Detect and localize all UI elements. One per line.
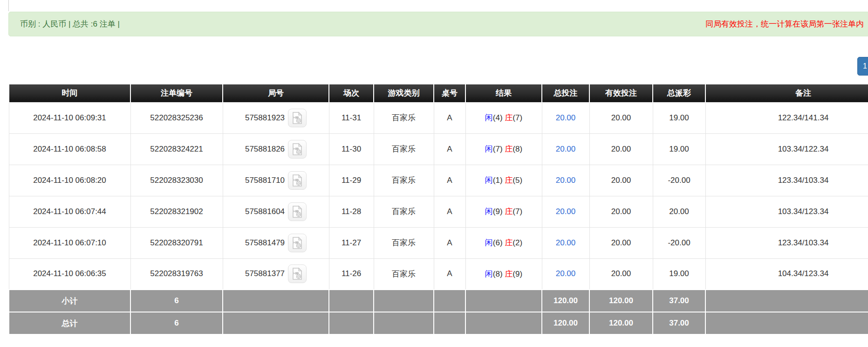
cell-round-id: 575881923 [223, 102, 329, 133]
video-replay-button[interactable] [288, 140, 307, 159]
subtotal-row-empty-cell [705, 290, 868, 312]
cell-table-no: A [434, 133, 465, 165]
video-replay-button[interactable] [288, 264, 307, 283]
subtotal-row-empty-cell [374, 290, 434, 312]
subtotal-row-count: 6 [130, 290, 223, 312]
cell-session: 11-29 [329, 165, 374, 196]
round-id-value: 575881923 [245, 113, 285, 123]
video-replay-button[interactable] [288, 171, 307, 190]
table-row: 2024-11-10 06:07:44522028321902575881604… [9, 196, 868, 227]
result-player-label: 闲 [485, 238, 493, 247]
col-header-valid-bet: 有效投注 [589, 84, 653, 102]
cell-result: 闲(9) 庄(7) [465, 196, 542, 227]
total-bet-link[interactable]: 20.00 [556, 113, 576, 122]
total-bet-link[interactable]: 20.00 [556, 207, 576, 216]
video-replay-button[interactable] [288, 109, 307, 127]
result-banker-score: (8) [513, 145, 522, 153]
cell-total-bet: 20.00 [542, 196, 589, 227]
result-player-score: (8) [493, 270, 503, 278]
cell-result: 闲(4) 庄(7) [465, 102, 542, 133]
total-row-payout: 37.00 [653, 312, 705, 334]
total-row-count: 6 [130, 312, 223, 334]
video-file-icon [291, 236, 303, 250]
result-banker-label: 庄 [505, 113, 513, 122]
result-player-score: (9) [493, 207, 503, 216]
total-row-empty-cell [223, 312, 329, 334]
cell-round-id: 575881710 [223, 165, 329, 196]
cell-session: 11-31 [329, 102, 374, 133]
subtotal-row-payout: 37.00 [653, 290, 705, 312]
table-footer: 小计6120.00120.0037.00总计6120.00120.0037.00 [9, 290, 868, 334]
cell-result: 闲(1) 庄(5) [465, 165, 542, 196]
cell-remark: 104.34/123.34 [705, 258, 868, 290]
total-row-empty-cell [465, 312, 542, 334]
cell-bet-id: 522028323030 [130, 165, 223, 196]
total-bet-link[interactable]: 20.00 [556, 176, 576, 185]
subtotal-row-valid-bet: 120.00 [589, 290, 653, 312]
result-player-score: (6) [493, 238, 503, 247]
round-id-value: 575881710 [245, 176, 285, 185]
table-row: 2024-11-10 06:09:31522028325236575881923… [9, 102, 868, 133]
round-id-group: 575881923 [223, 109, 329, 127]
cell-table-no: A [434, 165, 465, 196]
total-bet-link[interactable]: 20.00 [556, 145, 576, 153]
cell-payout: 19.00 [653, 133, 705, 165]
cell-remark: 123.34/103.34 [705, 165, 868, 196]
cell-remark: 103.34/122.34 [705, 133, 868, 165]
cell-total-bet: 20.00 [542, 133, 589, 165]
round-id-value: 575881604 [245, 207, 285, 216]
table-row: 2024-11-10 06:08:58522028324221575881826… [9, 133, 868, 165]
table-row: 2024-11-10 06:07:10522028320791575881479… [9, 227, 868, 258]
total-bet-link[interactable]: 20.00 [556, 269, 576, 278]
cell-game-type: 百家乐 [374, 102, 434, 133]
round-id-value: 575881826 [245, 145, 285, 154]
cell-time: 2024-11-10 06:07:44 [9, 196, 130, 227]
result-banker-score: (7) [513, 207, 522, 216]
col-header-total-bet: 总投注 [542, 84, 589, 102]
video-file-icon [291, 267, 303, 280]
cell-valid-bet: 20.00 [589, 196, 653, 227]
cell-session: 11-30 [329, 133, 374, 165]
cell-table-no: A [434, 227, 465, 258]
subtotal-row-empty-cell [434, 290, 465, 312]
cell-payout: 19.00 [653, 258, 705, 290]
subtotal-row: 小计6120.00120.0037.00 [9, 290, 868, 312]
video-replay-button[interactable] [288, 234, 307, 252]
subtotal-row-empty-cell [465, 290, 542, 312]
round-id-group: 575881377 [223, 264, 329, 283]
total-row-empty-cell [434, 312, 465, 334]
total-bet-link[interactable]: 20.00 [556, 238, 576, 247]
col-header-bet-id: 注单编号 [130, 84, 223, 102]
cell-bet-id: 522028319763 [130, 258, 223, 290]
cell-game-type: 百家乐 [374, 196, 434, 227]
total-row: 总计6120.00120.0037.00 [9, 312, 868, 334]
valid-bet-notice-text: 同局有效投注，统一计算在该局第一张注单内 [705, 19, 864, 29]
col-header-round-id: 局号 [223, 84, 329, 102]
cell-result: 闲(7) 庄(8) [465, 133, 542, 165]
video-replay-button[interactable] [288, 202, 307, 221]
result-player-label: 闲 [485, 270, 493, 278]
cell-session: 11-26 [329, 258, 374, 290]
cell-session: 11-27 [329, 227, 374, 258]
table-row: 2024-11-10 06:06:35522028319763575881377… [9, 258, 868, 290]
cell-valid-bet: 20.00 [589, 133, 653, 165]
result-player-score: (4) [493, 113, 503, 122]
cell-time: 2024-11-10 06:07:10 [9, 227, 130, 258]
cell-bet-id: 522028321902 [130, 196, 223, 227]
col-header-game-type: 游戏类别 [374, 84, 434, 102]
total-row-label: 总计 [9, 312, 130, 334]
bet-history-page: 币别 : 人民币 | 总共 :6 注单 | 同局有效投注，统一计算在该局第一张注… [0, 0, 868, 347]
currency-summary-text: 币别 : 人民币 | 总共 :6 注单 | [20, 19, 120, 29]
video-file-icon [291, 174, 303, 187]
col-header-session: 场次 [329, 84, 374, 102]
pagination-page-1-button[interactable]: 1 [857, 57, 868, 76]
cell-table-no: A [434, 102, 465, 133]
result-banker-label: 庄 [505, 207, 513, 216]
subtotal-row-empty-cell [329, 290, 374, 312]
cell-time: 2024-11-10 06:09:31 [9, 102, 130, 133]
result-banker-score: (7) [513, 113, 522, 122]
cell-table-no: A [434, 258, 465, 290]
cell-game-type: 百家乐 [374, 227, 434, 258]
cell-game-type: 百家乐 [374, 258, 434, 290]
subtotal-row-total-bet: 120.00 [542, 290, 589, 312]
